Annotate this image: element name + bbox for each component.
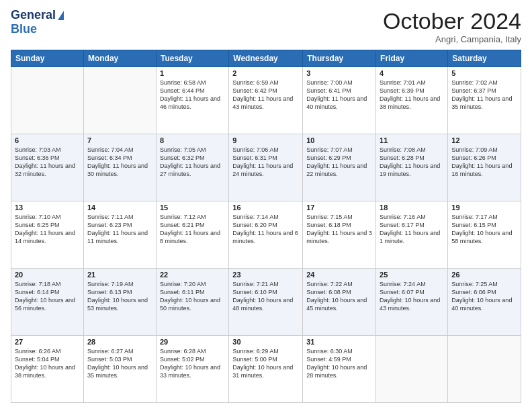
cell-info: Sunrise: 7:08 AMSunset: 6:28 PMDaylight:… — [380, 146, 444, 179]
table-row: 6Sunrise: 7:03 AMSunset: 6:36 PMDaylight… — [11, 134, 84, 201]
day-number: 4 — [380, 69, 444, 77]
cell-info: Sunrise: 7:03 AMSunset: 6:36 PMDaylight:… — [15, 146, 80, 179]
table-row: 19Sunrise: 7:17 AMSunset: 6:15 PMDayligh… — [448, 201, 521, 269]
cell-info: Sunrise: 7:00 AMSunset: 6:41 PMDaylight:… — [306, 79, 372, 111]
col-tuesday: Tuesday — [156, 50, 228, 67]
month-title: October 2024 — [383, 8, 521, 34]
table-row: 8Sunrise: 7:05 AMSunset: 6:32 PMDaylight… — [156, 134, 228, 201]
col-wednesday: Wednesday — [229, 50, 303, 67]
cell-info: Sunrise: 7:15 AMSunset: 6:18 PMDaylight:… — [306, 213, 372, 246]
cell-info: Sunrise: 6:29 AMSunset: 5:00 PMDaylight:… — [232, 347, 299, 380]
table-row: 9Sunrise: 7:06 AMSunset: 6:31 PMDaylight… — [229, 134, 303, 201]
table-row: 20Sunrise: 7:18 AMSunset: 6:14 PMDayligh… — [11, 269, 84, 336]
table-row: 12Sunrise: 7:09 AMSunset: 6:26 PMDayligh… — [448, 134, 521, 201]
table-row: 26Sunrise: 7:25 AMSunset: 6:06 PMDayligh… — [448, 269, 521, 336]
calendar-table: Sunday Monday Tuesday Wednesday Thursday… — [11, 50, 521, 403]
table-row: 17Sunrise: 7:15 AMSunset: 6:18 PMDayligh… — [303, 201, 376, 269]
cell-info: Sunrise: 6:59 AMSunset: 6:42 PMDaylight:… — [232, 79, 299, 111]
day-number: 9 — [232, 136, 299, 144]
day-number: 10 — [306, 136, 372, 144]
calendar-week-row: 6Sunrise: 7:03 AMSunset: 6:36 PMDaylight… — [11, 134, 521, 201]
col-saturday: Saturday — [448, 50, 521, 67]
calendar-week-row: 1Sunrise: 6:58 AMSunset: 6:44 PMDaylight… — [11, 67, 521, 134]
day-number: 15 — [160, 203, 225, 212]
cell-info: Sunrise: 7:10 AMSunset: 6:25 PMDaylight:… — [15, 213, 80, 246]
cell-info: Sunrise: 7:16 AMSunset: 6:17 PMDaylight:… — [380, 213, 444, 246]
day-number: 27 — [15, 338, 80, 346]
calendar-week-row: 13Sunrise: 7:10 AMSunset: 6:25 PMDayligh… — [11, 201, 521, 269]
day-number: 3 — [306, 69, 372, 77]
day-number: 14 — [87, 203, 152, 212]
header: General Blue October 2024 Angri, Campani… — [11, 8, 521, 44]
logo-line2: Blue — [11, 22, 37, 36]
cell-info: Sunrise: 7:18 AMSunset: 6:14 PMDaylight:… — [15, 280, 80, 313]
cell-info: Sunrise: 7:04 AMSunset: 6:34 PMDaylight:… — [87, 146, 152, 179]
cell-info: Sunrise: 7:11 AMSunset: 6:23 PMDaylight:… — [87, 213, 152, 246]
title-block: October 2024 Angri, Campania, Italy — [383, 8, 521, 44]
table-row: 13Sunrise: 7:10 AMSunset: 6:25 PMDayligh… — [11, 201, 84, 269]
cell-info: Sunrise: 7:25 AMSunset: 6:06 PMDaylight:… — [451, 280, 517, 313]
cell-info: Sunrise: 6:26 AMSunset: 5:04 PMDaylight:… — [15, 347, 80, 380]
day-number: 1 — [160, 69, 225, 77]
table-row: 21Sunrise: 7:19 AMSunset: 6:13 PMDayligh… — [83, 269, 156, 336]
cell-info: Sunrise: 6:27 AMSunset: 5:03 PMDaylight:… — [87, 347, 152, 380]
cell-info: Sunrise: 7:01 AMSunset: 6:39 PMDaylight:… — [380, 79, 444, 111]
location: Angri, Campania, Italy — [383, 34, 521, 44]
table-row: 11Sunrise: 7:08 AMSunset: 6:28 PMDayligh… — [376, 134, 448, 201]
day-number: 7 — [87, 136, 152, 144]
table-row: 5Sunrise: 7:02 AMSunset: 6:37 PMDaylight… — [448, 67, 521, 134]
day-number: 17 — [306, 203, 372, 212]
cell-info: Sunrise: 6:28 AMSunset: 5:02 PMDaylight:… — [160, 347, 225, 380]
day-number: 18 — [380, 203, 444, 212]
cell-info: Sunrise: 7:22 AMSunset: 6:08 PMDaylight:… — [306, 280, 372, 313]
logo: General Blue — [11, 8, 64, 36]
day-number: 19 — [451, 203, 517, 212]
day-number: 13 — [15, 203, 80, 212]
day-number: 29 — [160, 338, 225, 346]
table-row: 23Sunrise: 7:21 AMSunset: 6:10 PMDayligh… — [229, 269, 303, 336]
table-row: 4Sunrise: 7:01 AMSunset: 6:39 PMDaylight… — [376, 67, 448, 134]
table-row: 28Sunrise: 6:27 AMSunset: 5:03 PMDayligh… — [83, 336, 156, 403]
day-number: 16 — [232, 203, 299, 212]
table-row: 30Sunrise: 6:29 AMSunset: 5:00 PMDayligh… — [229, 336, 303, 403]
cell-info: Sunrise: 7:12 AMSunset: 6:21 PMDaylight:… — [160, 213, 225, 246]
table-row: 3Sunrise: 7:00 AMSunset: 6:41 PMDaylight… — [303, 67, 376, 134]
page: General Blue October 2024 Angri, Campani… — [0, 0, 532, 411]
table-row: 25Sunrise: 7:24 AMSunset: 6:07 PMDayligh… — [376, 269, 448, 336]
cell-info: Sunrise: 7:19 AMSunset: 6:13 PMDaylight:… — [87, 280, 152, 313]
table-row: 31Sunrise: 6:30 AMSunset: 4:59 PMDayligh… — [303, 336, 376, 403]
table-row: 2Sunrise: 6:59 AMSunset: 6:42 PMDaylight… — [229, 67, 303, 134]
col-sunday: Sunday — [11, 50, 84, 67]
table-row: 18Sunrise: 7:16 AMSunset: 6:17 PMDayligh… — [376, 201, 448, 269]
table-row — [11, 67, 84, 134]
cell-info: Sunrise: 6:30 AMSunset: 4:59 PMDaylight:… — [306, 347, 372, 380]
day-number: 28 — [87, 338, 152, 346]
day-number: 23 — [232, 271, 299, 279]
logo-line1: General — [11, 8, 64, 22]
cell-info: Sunrise: 7:06 AMSunset: 6:31 PMDaylight:… — [232, 146, 299, 179]
day-number: 25 — [380, 271, 444, 279]
day-number: 24 — [306, 271, 372, 279]
table-row: 24Sunrise: 7:22 AMSunset: 6:08 PMDayligh… — [303, 269, 376, 336]
day-number: 30 — [232, 338, 299, 346]
day-number: 6 — [15, 136, 80, 144]
day-number: 22 — [160, 271, 225, 279]
table-row: 14Sunrise: 7:11 AMSunset: 6:23 PMDayligh… — [83, 201, 156, 269]
day-number: 5 — [451, 69, 517, 77]
cell-info: Sunrise: 6:58 AMSunset: 6:44 PMDaylight:… — [160, 79, 225, 111]
table-row: 27Sunrise: 6:26 AMSunset: 5:04 PMDayligh… — [11, 336, 84, 403]
cell-info: Sunrise: 7:02 AMSunset: 6:37 PMDaylight:… — [451, 79, 517, 111]
day-number: 21 — [87, 271, 152, 279]
cell-info: Sunrise: 7:05 AMSunset: 6:32 PMDaylight:… — [160, 146, 225, 179]
day-number: 20 — [15, 271, 80, 279]
day-number: 11 — [380, 136, 444, 144]
table-row — [376, 336, 448, 403]
calendar-week-row: 20Sunrise: 7:18 AMSunset: 6:14 PMDayligh… — [11, 269, 521, 336]
day-number: 8 — [160, 136, 225, 144]
col-friday: Friday — [376, 50, 448, 67]
day-number: 2 — [232, 69, 299, 77]
table-row — [83, 67, 156, 134]
logo-blue: Blue — [11, 22, 37, 36]
cell-info: Sunrise: 7:07 AMSunset: 6:29 PMDaylight:… — [306, 146, 372, 179]
col-thursday: Thursday — [303, 50, 376, 67]
